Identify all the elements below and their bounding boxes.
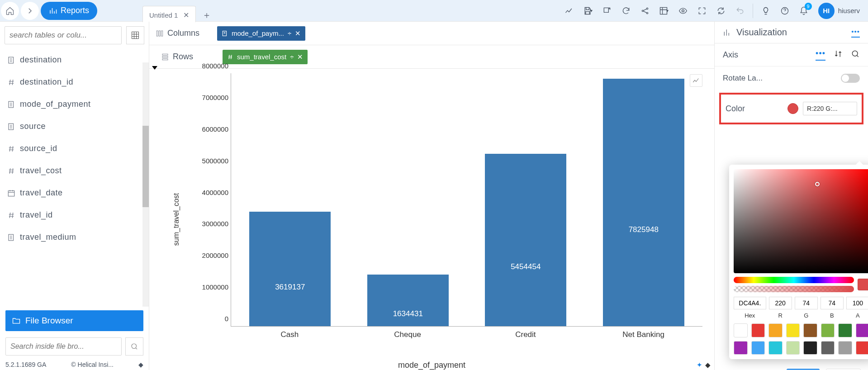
preset-swatch[interactable] [768,323,783,337]
column-travel-date[interactable]: travel_date [0,182,149,204]
rotate-labels-toggle[interactable] [841,74,860,83]
svg-rect-10 [8,190,14,196]
refresh-arrows-icon[interactable] [617,2,635,20]
svg-rect-17 [162,54,168,55]
r-input[interactable] [769,297,792,309]
refresh-icon[interactable] [712,2,730,20]
column-travel-medium[interactable]: travel_medium [0,226,149,248]
bar-cash[interactable]: 3619137 [249,212,331,326]
bar-credit[interactable]: 5454454 [485,154,566,326]
notification-bell-icon[interactable]: 9 [795,2,813,20]
svg-rect-6 [132,32,139,39]
preset-swatch[interactable] [803,341,817,355]
column-source-id[interactable]: source_id [0,138,149,160]
axis-search-icon[interactable] [851,49,860,61]
tab-close-icon[interactable]: ✕ [183,11,189,19]
preset-swatch[interactable] [838,341,852,355]
copyright-label: © Helical Insi... [71,361,114,368]
bar-cheque[interactable]: 1634431 [367,275,449,326]
add-tab-button[interactable]: ＋ [200,9,213,22]
preset-swatch[interactable] [768,341,783,355]
preset-swatch[interactable] [786,341,800,355]
preset-swatch[interactable] [838,323,852,337]
y-tick: 3000000 [196,220,228,228]
column-travel-cost[interactable]: travel_cost [0,160,149,182]
chip-remove-icon[interactable]: ✕ [295,29,301,38]
tables-grid-button[interactable] [126,26,144,44]
column-source[interactable]: source [0,115,149,138]
svg-rect-14 [159,31,161,36]
column-destination-id[interactable]: destination_id [0,71,149,93]
a-input[interactable] [846,297,868,309]
columns-shelf-label: Columns [167,28,199,38]
bar-value-label: 1634431 [393,309,423,318]
corner-more-icon[interactable]: ◆ [705,361,711,369]
color-swatch[interactable] [787,103,798,114]
preset-swatch[interactable] [821,341,835,355]
file-search-input[interactable] [5,337,122,356]
chip-divider: ÷ [290,53,294,61]
help-icon[interactable] [776,2,794,20]
preset-swatch[interactable] [751,341,765,355]
y-tick: 4000000 [196,188,228,196]
preset-swatch[interactable] [821,323,835,337]
tab-strip: Untitled 1 ✕ ＋ [142,0,213,22]
chip-remove-icon[interactable]: ✕ [297,53,303,61]
layout-icon[interactable]: ▾ [655,2,673,20]
preset-swatch[interactable] [786,323,800,337]
fullscreen-icon[interactable] [693,2,711,20]
home-button[interactable] [1,2,19,20]
eye-icon[interactable] [674,2,692,20]
column-travel-id[interactable]: travel_id [0,204,149,226]
preset-swatch[interactable] [734,323,748,337]
preset-swatch[interactable] [734,341,748,355]
color-text-input[interactable] [803,102,857,115]
g-input[interactable] [795,297,818,309]
idea-icon[interactable] [757,2,775,20]
axis-more-icon[interactable]: ••• [816,49,825,61]
rows-chip-sum-travel-cost[interactable]: sum_travel_cost ÷ ✕ [223,50,308,64]
columns-shelf: Columns mode_of_paym... ÷ ✕ [149,22,714,45]
sort-icon[interactable] [834,49,843,61]
b-input[interactable] [821,297,844,309]
sv-cursor[interactable] [815,182,820,186]
footer-more-icon[interactable]: ◆ [138,361,143,368]
undo-icon[interactable] [731,2,749,20]
trend-chart-icon[interactable] [560,2,578,20]
bar-net-banking[interactable]: 7825948 [603,79,684,326]
user-chip[interactable]: HI hiuserv [814,3,864,19]
column-destination[interactable]: destination [0,49,149,71]
share-icon[interactable] [636,2,654,20]
preset-swatches [734,323,868,355]
y-tick: 5000000 [196,157,228,164]
hue-slider[interactable] [734,277,854,283]
saturation-value-area[interactable] [734,169,868,273]
version-label: 5.2.1.1689 GA [5,361,46,368]
breadcrumb: Reports [0,0,97,22]
columns-chip-mode-of-payment[interactable]: mode_of_paym... ÷ ✕ [217,26,305,41]
export-icon[interactable] [598,2,616,20]
svg-rect-15 [161,31,163,36]
viz-more-icon[interactable]: ••• [851,28,860,38]
column-list: destination destination_id mode_of_payme… [0,49,149,307]
x-category: Cheque [367,330,448,339]
sidebar-scrollbar-thumb[interactable] [142,126,149,207]
file-browser-button[interactable]: File Browser [5,310,143,331]
preset-swatch[interactable] [856,323,868,337]
hex-input[interactable] [734,297,766,309]
top-toolbar: Reports Untitled 1 ✕ ＋ ▾ ▾ 9 HI hiuserv [0,0,868,22]
alpha-slider[interactable] [734,286,854,292]
preset-swatch[interactable] [803,323,817,337]
reports-pill[interactable]: Reports [41,2,97,20]
x-category: Cash [249,330,330,339]
preset-swatch[interactable] [856,341,868,355]
tab-untitled-1[interactable]: Untitled 1 ✕ [142,6,196,22]
ai-suggest-icon[interactable]: ✦ [697,361,702,369]
column-mode-of-payment[interactable]: mode_of_payment [0,93,149,115]
save-icon[interactable]: ▾ [579,2,597,20]
preset-swatch[interactable] [751,323,765,337]
color-label: Color [726,104,745,114]
column-search-input[interactable] [5,26,122,44]
rows-shelf-label: Rows [173,52,193,62]
file-search-button[interactable] [125,337,143,356]
